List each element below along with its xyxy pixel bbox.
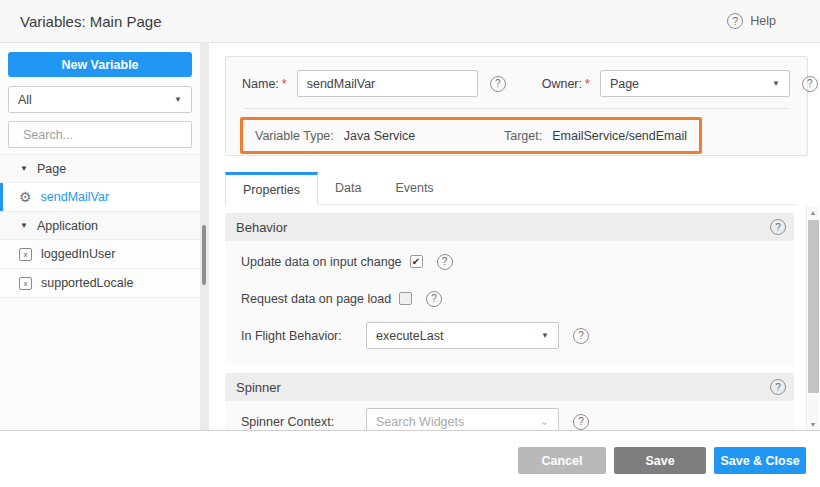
page-title: Variables: Main Page	[20, 13, 161, 30]
property-row-update-on-input-change: Update data on input change ✔ ?	[225, 243, 794, 280]
help-button[interactable]: ? Help	[727, 13, 776, 29]
variables-sidebar: New Variable All ▼ ▼ Page ⚙ se	[0, 43, 200, 430]
triangle-down-icon: ▼	[20, 164, 28, 173]
spinner-section-title: Spinner	[236, 380, 281, 395]
chevron-down-icon: ⌄	[540, 415, 549, 428]
spinner-section: Spinner ? Spinner Context: Search Widget…	[225, 373, 794, 430]
dialog-footer: Cancel Save Save & Close	[0, 430, 820, 487]
variable-search	[8, 121, 192, 148]
owner-selected-value: Page	[610, 77, 639, 91]
property-row-request-on-page-load: Request data on page load ?	[225, 280, 794, 317]
spinner-help-icon[interactable]: ?	[770, 379, 786, 395]
variable-detail-pane: Name:* ? Owner:* Page ▼ ?	[209, 43, 820, 430]
save-and-close-button[interactable]: Save & Close	[714, 447, 806, 474]
target-label: Target:	[504, 129, 542, 143]
dialog-header: Variables: Main Page ? Help	[0, 0, 820, 43]
detail-tabs: Properties Data Events	[225, 172, 796, 205]
scroll-down-icon[interactable]: ▼	[810, 418, 817, 430]
tree-item-supportedlocale[interactable]: x supportedLocale	[0, 269, 200, 298]
spinner-context-select[interactable]: Search Widgets ⌄	[366, 408, 559, 430]
variables-dialog: Variables: Main Page ? Help New Variable…	[0, 0, 820, 487]
property-row-spinner-context: Spinner Context: Search Widgets ⌄ ?	[225, 403, 794, 430]
search-input[interactable]	[23, 128, 184, 142]
variable-summary-panel: Name:* ? Owner:* Page ▼ ?	[225, 56, 808, 156]
required-asterisk: *	[282, 77, 287, 91]
in-flight-behavior-select[interactable]: executeLast ▼	[366, 322, 559, 349]
caret-down-icon: ▼	[174, 95, 182, 104]
variable-filter-select[interactable]: All ▼	[8, 86, 192, 113]
sidebar-scrollbar[interactable]	[200, 43, 209, 430]
tree-item-sendmailvar[interactable]: ⚙ sendMailVar	[0, 183, 200, 212]
property-row-in-flight-behavior: In Flight Behavior: executeLast ▼ ?	[225, 317, 794, 354]
spinner-context-placeholder: Search Widgets	[376, 415, 464, 429]
tab-properties[interactable]: Properties	[225, 172, 318, 205]
tree-group-label: Application	[37, 219, 98, 233]
variables-tree: ▼ Page ⚙ sendMailVar ▼ Application x log…	[0, 155, 200, 298]
help-label: Help	[750, 14, 776, 28]
caret-down-icon: ▼	[541, 331, 549, 340]
tree-item-loggedinuser[interactable]: x loggedInUser	[0, 240, 200, 269]
name-help-icon[interactable]: ?	[490, 76, 506, 92]
property-label: Request data on page load	[241, 292, 391, 306]
owner-label: Owner:	[542, 77, 582, 91]
in-flight-selected-value: executeLast	[376, 329, 443, 343]
request-data-checkbox[interactable]	[399, 292, 412, 305]
property-label: Update data on input change	[241, 255, 402, 269]
name-label: Name:	[242, 77, 279, 91]
save-button[interactable]: Save	[614, 447, 706, 474]
property-help-icon[interactable]: ?	[426, 291, 442, 307]
property-help-icon[interactable]: ?	[573, 328, 589, 344]
tree-group-page[interactable]: ▼ Page	[0, 154, 200, 183]
target-value: EmailService/sendEmail	[552, 129, 687, 143]
behavior-help-icon[interactable]: ?	[770, 219, 786, 235]
sidebar-scrollbar-thumb[interactable]	[202, 225, 206, 285]
required-asterisk: *	[585, 77, 590, 91]
property-label: Spinner Context:	[241, 415, 366, 429]
new-variable-button[interactable]: New Variable	[8, 52, 192, 77]
owner-select[interactable]: Page ▼	[600, 70, 790, 97]
update-data-checkbox[interactable]: ✔	[410, 255, 423, 268]
tree-item-label: loggedInUser	[41, 247, 115, 261]
tree-group-label: Page	[37, 162, 66, 176]
properties-scrollbar[interactable]: ▲ ▼	[806, 206, 819, 430]
properties-scrollbar-thumb[interactable]	[808, 220, 819, 393]
tab-data[interactable]: Data	[318, 171, 378, 204]
cancel-button[interactable]: Cancel	[518, 447, 606, 474]
triangle-down-icon: ▼	[20, 221, 28, 230]
variable-type-highlight-box: Variable Type: Java Service Target: Emai…	[240, 117, 702, 154]
name-input[interactable]	[297, 70, 478, 97]
filter-selected-value: All	[18, 93, 32, 107]
gear-icon: ⚙	[19, 190, 32, 204]
property-label: In Flight Behavior:	[241, 329, 366, 343]
panel-divider	[244, 108, 789, 109]
help-circle-icon: ?	[727, 13, 743, 29]
behavior-section-title: Behavior	[236, 220, 287, 235]
scroll-up-icon[interactable]: ▲	[810, 206, 817, 218]
behavior-section: Behavior ? Update data on input change ✔…	[225, 213, 794, 364]
tree-item-label: sendMailVar	[41, 190, 110, 204]
caret-down-icon: ▼	[772, 79, 780, 88]
variable-icon: x	[19, 248, 32, 261]
tree-group-application[interactable]: ▼ Application	[0, 211, 200, 240]
owner-help-icon[interactable]: ?	[802, 76, 818, 92]
property-help-icon[interactable]: ?	[437, 254, 453, 270]
tree-item-label: supportedLocale	[41, 276, 133, 290]
property-help-icon[interactable]: ?	[573, 414, 589, 430]
variable-type-value: Java Service	[344, 129, 416, 143]
variable-type-label: Variable Type:	[255, 129, 334, 143]
variable-icon: x	[19, 277, 32, 290]
tab-events[interactable]: Events	[378, 171, 450, 204]
